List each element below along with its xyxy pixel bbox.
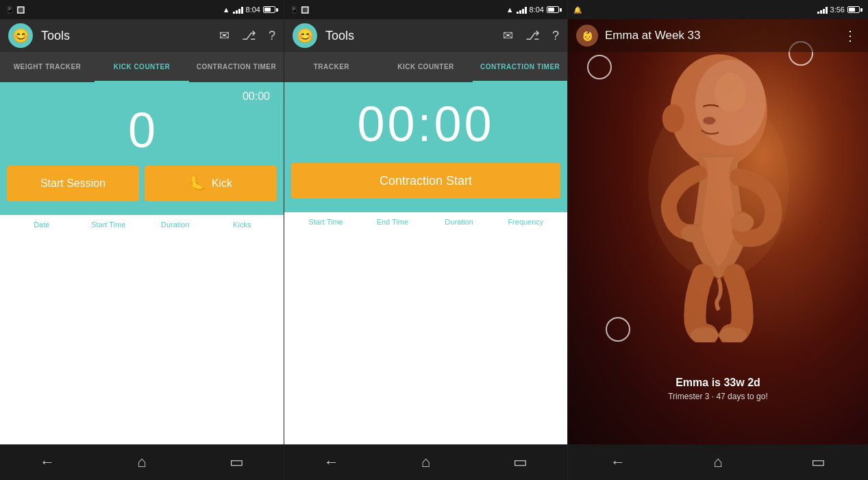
status-bar-1: 📱 🔳 ▲ 8:04: [0, 0, 284, 19]
nav-back-1[interactable]: ←: [34, 449, 61, 476]
contraction-start-button[interactable]: Contraction Start: [291, 163, 560, 199]
screen-icon-2: 📱: [290, 6, 298, 14]
help-icon-1[interactable]: ?: [269, 29, 275, 43]
nav-home-3[interactable]: ⌂: [704, 449, 732, 476]
contraction-timer-area: 00:00 Contraction Start: [284, 82, 567, 212]
baby-info-overlay: Emma is 33w 2d Trimester 3 · 47 days to …: [568, 371, 868, 407]
battery-icon-2: [547, 6, 562, 13]
tab-tracker-2[interactable]: TRACKER: [284, 52, 379, 82]
tab-weight-tracker-1[interactable]: WEIGHT TRACKER: [0, 52, 95, 82]
svg-point-6: [681, 225, 703, 242]
screen-baby-image: 🔔 3:56 👶 Emma at Week 3: [567, 0, 868, 480]
kick-table-body: [0, 234, 284, 444]
time-2: 8:04: [530, 5, 544, 14]
status-icons-right-2: ▲ 8:04: [506, 5, 562, 14]
status-icons-left-3: 🔔: [573, 6, 582, 14]
kick-table-headers: Date Start Time Duration Kicks: [0, 215, 284, 234]
status-bar-3: 🔔 3:56: [568, 0, 868, 19]
status-icons-right-3: 3:56: [817, 5, 863, 14]
foot-icon: 🦶: [189, 175, 206, 192]
signal-bars-2: [517, 5, 527, 14]
nav-recents-3[interactable]: ▭: [804, 449, 832, 476]
signal-bars: [233, 5, 243, 14]
baby-subtitle: Trimester 3 · 47 days to go!: [573, 392, 863, 401]
wifi-icon-2: ▲: [506, 5, 514, 14]
col-start-time: Start Time: [75, 220, 142, 229]
toolbar-1: 😊 Tools ✉ ⎇ ?: [0, 19, 284, 52]
svg-point-8: [719, 327, 747, 342]
kick-button[interactable]: 🦶 Kick: [145, 166, 277, 201]
toolbar-icons-1: ✉ ⎇ ?: [219, 28, 275, 43]
col-end-time-c: End Time: [359, 218, 425, 226]
nav-home-1[interactable]: ⌂: [128, 449, 156, 476]
toolbar-2: 😊 Tools ✉ ⎇ ?: [284, 19, 567, 52]
kick-count-display: 0: [128, 105, 156, 155]
mail-icon-2[interactable]: ✉: [503, 28, 513, 43]
status-icons-left: 📱 🔳: [5, 6, 25, 14]
nav-recents-1[interactable]: ▭: [223, 449, 250, 476]
kick-label: Kick: [212, 177, 232, 190]
touch-indicator-1[interactable]: [587, 55, 612, 79]
baby-logo-icon: 👶: [582, 30, 593, 41]
baby-toolbar: 👶 Emma at Week 33 ⋮: [568, 19, 868, 52]
svg-point-3: [662, 104, 684, 132]
battery-icon: [263, 6, 278, 13]
help-icon-2[interactable]: ?: [552, 29, 559, 43]
tab-kick-counter-2[interactable]: KICK COUNTER: [379, 52, 473, 82]
nav-bar-1: ← ⌂ ▭: [0, 444, 284, 480]
col-kicks: Kicks: [209, 220, 276, 229]
baby-app-logo: 👶: [576, 25, 598, 47]
kick-counter-area: 00:00 0 Start Session 🦶 Kick: [0, 82, 284, 215]
baby-name-week: Emma is 33w 2d: [573, 377, 863, 389]
col-start-time-c: Start Time: [293, 218, 359, 226]
col-frequency-c: Frequency: [493, 218, 559, 226]
start-session-button[interactable]: Start Session: [7, 166, 139, 201]
status-icons-left-2: 📱 🔳: [290, 6, 309, 14]
baby-toolbar-title: Emma at Week 33: [605, 29, 836, 42]
kick-buttons-row: Start Session 🦶 Kick: [0, 166, 284, 201]
time-3: 3:56: [830, 5, 845, 14]
signal-bars-3: [817, 5, 828, 14]
screen-contraction-timer: 📱 🔳 ▲ 8:04 😊 Tools ✉ ⎇ ?: [284, 0, 567, 480]
logo-emoji-1: 😊: [12, 27, 29, 44]
baby-image-area: Emma is 33w 2d Trimester 3 · 47 days to …: [568, 0, 868, 444]
contraction-table-body: [284, 231, 567, 444]
battery-icon-3: [847, 6, 863, 13]
svg-point-7: [691, 327, 719, 342]
app-logo-1: 😊: [8, 23, 33, 48]
time-1: 8:04: [246, 5, 260, 14]
tabs-1: WEIGHT TRACKER KICK COUNTER CONTRACTION …: [0, 52, 284, 82]
screen-kick-counter: 📱 🔳 ▲ 8:04 😊 Tools ✉ ⎇ ?: [0, 0, 284, 480]
touch-indicator-3[interactable]: [606, 317, 630, 342]
nav-back-2[interactable]: ←: [318, 449, 345, 476]
svg-point-4: [703, 117, 715, 125]
share-icon-1[interactable]: ⎇: [242, 28, 256, 43]
toolbar-icons-2: ✉ ⎇ ?: [503, 28, 559, 43]
share-icon-2[interactable]: ⎇: [525, 28, 540, 43]
toolbar-title-2: Tools: [325, 29, 495, 43]
wifi-icon: ▲: [223, 5, 230, 14]
contraction-timer-display-value: 00:00: [357, 96, 494, 152]
col-duration-c: Duration: [426, 218, 493, 226]
nav-bar-3: ← ⌂ ▭: [568, 444, 868, 480]
tab-kick-counter-1[interactable]: KICK COUNTER: [95, 52, 189, 82]
nav-home-2[interactable]: ⌂: [412, 449, 439, 476]
app-logo-2: 😊: [293, 23, 317, 48]
toolbar-title-1: Tools: [41, 29, 211, 43]
col-date: Date: [8, 220, 75, 229]
screenshot-icon: 🔳: [16, 6, 25, 14]
mail-icon-1[interactable]: ✉: [219, 28, 230, 43]
tab-contraction-timer-1[interactable]: CONTRACTION TIMER: [189, 52, 284, 82]
baby-menu-icon[interactable]: ⋮: [843, 27, 857, 44]
session-timer: 00:00: [243, 90, 284, 103]
logo-emoji-2: 😊: [297, 27, 314, 44]
notif-icon: 🔔: [573, 6, 582, 14]
nav-recents-2[interactable]: ▭: [506, 449, 534, 476]
screen-icon: 📱: [5, 6, 14, 14]
status-bar-2: 📱 🔳 ▲ 8:04: [284, 0, 567, 19]
nav-back-3[interactable]: ←: [604, 449, 632, 476]
tabs-2: TRACKER KICK COUNTER CONTRACTION TIMER: [284, 52, 567, 82]
svg-point-5: [730, 213, 754, 231]
tab-contraction-timer-2[interactable]: CONTRACTION TIMER: [473, 52, 567, 82]
nav-bar-2: ← ⌂ ▭: [284, 444, 567, 480]
